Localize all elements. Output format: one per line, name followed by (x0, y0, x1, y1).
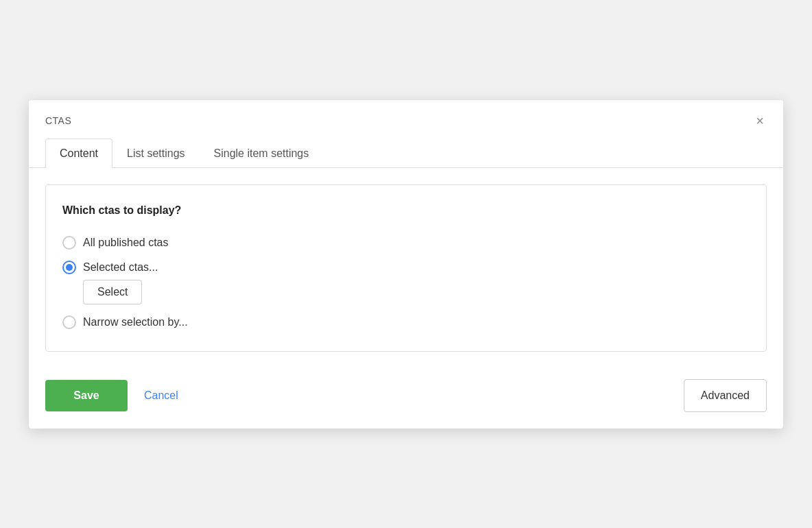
dialog-header: CTAS × (29, 100, 783, 139)
save-button[interactable]: Save (45, 380, 128, 411)
content-section: Which ctas to display? All published cta… (45, 184, 767, 352)
section-title: Which ctas to display? (62, 204, 750, 217)
select-button[interactable]: Select (83, 280, 142, 304)
radio-label-selected: Selected ctas... (83, 261, 158, 274)
dialog-footer: Save Cancel Advanced (29, 365, 783, 429)
radio-item-selected[interactable]: Selected ctas... (62, 261, 750, 274)
radio-group: All published ctas Selected ctas... Sele… (62, 236, 750, 329)
radio-item-all-published[interactable]: All published ctas (62, 236, 750, 250)
radio-item-narrow[interactable]: Narrow selection by... (62, 315, 750, 329)
radio-narrow[interactable] (62, 315, 76, 329)
radio-group-selected: Selected ctas... Select (62, 261, 750, 304)
tab-content[interactable]: Content (45, 139, 112, 168)
radio-all-published[interactable] (62, 236, 76, 250)
radio-label-narrow: Narrow selection by... (83, 316, 188, 328)
tab-list-settings[interactable]: List settings (112, 139, 199, 168)
advanced-button[interactable]: Advanced (684, 379, 767, 412)
close-button[interactable]: × (753, 111, 767, 130)
select-btn-wrapper: Select (83, 280, 750, 304)
dialog: CTAS × Content List settings Single item… (29, 100, 783, 429)
tab-single-item-settings[interactable]: Single item settings (200, 139, 324, 168)
radio-selected[interactable] (62, 261, 76, 274)
dialog-body: Which ctas to display? All published cta… (29, 168, 783, 365)
tabs-container: Content List settings Single item settin… (29, 139, 783, 168)
cancel-button[interactable]: Cancel (139, 380, 184, 411)
dialog-title: CTAS (45, 115, 71, 126)
radio-label-all-published: All published ctas (83, 237, 169, 249)
